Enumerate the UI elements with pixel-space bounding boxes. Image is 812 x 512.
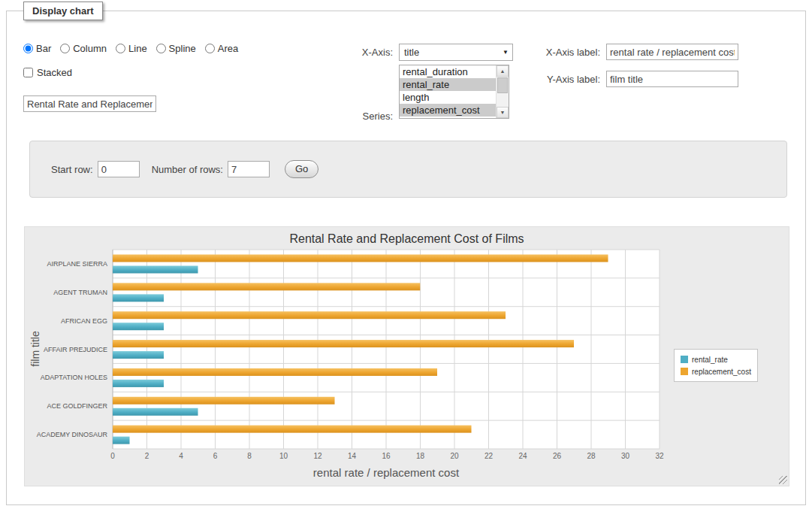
bar-replacement_cost-ace-goldfinger[interactable] bbox=[113, 397, 335, 404]
bar-rental_rate-adaptation-holes[interactable] bbox=[113, 380, 164, 387]
x-axis-selected-value: title bbox=[404, 47, 419, 58]
category-label: AFFAIR PREJUDICE bbox=[44, 346, 107, 353]
svg-text:6: 6 bbox=[213, 452, 218, 460]
x-axis-select-label: X-Axis: bbox=[330, 47, 393, 58]
chart-type-radio-area[interactable] bbox=[205, 44, 215, 53]
bar-rental_rate-airplane-sierra[interactable] bbox=[113, 266, 198, 274]
bar-rental_rate-ace-goldfinger[interactable] bbox=[113, 408, 198, 416]
number-of-rows-input[interactable] bbox=[228, 161, 270, 177]
chart-type-label: Column bbox=[73, 43, 107, 54]
svg-text:22: 22 bbox=[484, 452, 494, 460]
x-axis-select[interactable]: title ▼ bbox=[399, 44, 513, 61]
bar-replacement_cost-african-egg[interactable] bbox=[113, 311, 506, 319]
category-label: ADAPTATION HOLES bbox=[41, 374, 107, 381]
chart-title: Rental Rate and Replacement Cost of Film… bbox=[25, 232, 789, 246]
svg-text:14: 14 bbox=[348, 452, 357, 460]
y-axis-label-label: Y-Axis label: bbox=[525, 74, 600, 85]
svg-text:10: 10 bbox=[279, 452, 288, 460]
resize-handle-icon[interactable] bbox=[779, 476, 787, 484]
number-of-rows-label: Number of rows: bbox=[152, 164, 223, 175]
legend-item-rental_rate[interactable]: rental_rate bbox=[681, 353, 751, 365]
chart-type-option-bar[interactable]: Bar bbox=[23, 43, 51, 54]
bar-replacement_cost-academy-dinosaur[interactable] bbox=[113, 426, 472, 433]
bar-replacement_cost-airplane-sierra[interactable] bbox=[113, 255, 608, 262]
bar-rental_rate-affair-prejudice[interactable] bbox=[113, 351, 164, 359]
legend-swatch bbox=[681, 356, 688, 363]
bar-rental_rate-african-egg[interactable] bbox=[113, 323, 164, 330]
bar-rental_rate-academy-dinosaur[interactable] bbox=[113, 437, 130, 444]
category-label: AFRICAN EGG bbox=[61, 317, 107, 325]
category-label: ACE GOLDFINGER bbox=[47, 402, 107, 410]
legend-swatch bbox=[681, 368, 688, 375]
chart-type-radio-bar[interactable] bbox=[23, 44, 33, 53]
chart-type-label: Spline bbox=[169, 43, 196, 54]
svg-text:12: 12 bbox=[313, 452, 322, 460]
x-axis-label-input[interactable] bbox=[606, 44, 738, 60]
series-option-rental_duration[interactable]: rental_duration bbox=[400, 65, 496, 78]
chart-title-input[interactable] bbox=[23, 95, 156, 112]
chart-legend: rental_ratereplacement_cost bbox=[674, 349, 758, 382]
svg-text:30: 30 bbox=[621, 452, 630, 460]
svg-text:18: 18 bbox=[416, 452, 425, 460]
svg-text:24: 24 bbox=[518, 452, 527, 460]
chart-type-option-column[interactable]: Column bbox=[60, 43, 107, 54]
series-options: rental_durationrental_ratelengthreplacem… bbox=[400, 65, 496, 118]
chart-type-label: Bar bbox=[36, 43, 51, 54]
svg-text:8: 8 bbox=[247, 452, 252, 460]
stacked-label: Stacked bbox=[37, 67, 72, 78]
series-option-replacement_cost[interactable]: replacement_cost bbox=[400, 104, 496, 117]
bar-replacement_cost-agent-truman[interactable] bbox=[113, 283, 420, 290]
bar-rental_rate-agent-truman[interactable] bbox=[113, 294, 164, 301]
chart-type-option-line[interactable]: Line bbox=[116, 43, 147, 54]
stacked-option[interactable]: Stacked bbox=[23, 67, 72, 78]
chart-type-label: Area bbox=[218, 43, 238, 54]
svg-text:20: 20 bbox=[450, 452, 459, 460]
scrollbar-thumb[interactable] bbox=[497, 77, 508, 93]
svg-text:0: 0 bbox=[110, 452, 115, 460]
display-chart-panel: Display chart BarColumnLineSplineArea St… bbox=[6, 11, 806, 505]
chart-type-group: BarColumnLineSplineArea bbox=[23, 43, 247, 54]
scroll-down-icon[interactable]: ▼ bbox=[497, 107, 509, 118]
go-button[interactable]: Go bbox=[285, 160, 318, 178]
category-label: ACADEMY DINOSAUR bbox=[37, 431, 108, 438]
legend-label: replacement_cost bbox=[692, 368, 751, 376]
category-label: AIRPLANE SIERRA bbox=[47, 260, 107, 268]
series-listbox[interactable]: rental_durationrental_ratelengthreplacem… bbox=[399, 65, 509, 119]
bar-replacement_cost-adaptation-holes[interactable] bbox=[113, 368, 437, 376]
category-label: AGENT TRUMAN bbox=[53, 289, 107, 296]
start-row-input[interactable] bbox=[98, 161, 140, 177]
svg-text:28: 28 bbox=[587, 452, 596, 460]
panel-legend: Display chart bbox=[23, 2, 103, 20]
chart-type-radio-column[interactable] bbox=[60, 44, 70, 53]
chart-type-radio-spline[interactable] bbox=[156, 44, 166, 53]
svg-text:2: 2 bbox=[145, 452, 149, 460]
stacked-checkbox[interactable] bbox=[23, 68, 33, 77]
chart-container: Rental Rate and Replacement Cost of Film… bbox=[24, 226, 789, 486]
chart-type-option-spline[interactable]: Spline bbox=[156, 43, 196, 54]
svg-text:4: 4 bbox=[179, 452, 183, 460]
chart-type-radio-line[interactable] bbox=[116, 44, 125, 53]
chart-type-label: Line bbox=[128, 43, 147, 54]
svg-text:16: 16 bbox=[382, 452, 391, 460]
svg-text:26: 26 bbox=[553, 452, 562, 460]
dropdown-arrow-icon: ▼ bbox=[503, 49, 509, 56]
series-option-rental_rate[interactable]: rental_rate bbox=[400, 78, 496, 91]
series-scrollbar[interactable]: ▲ ▼ bbox=[496, 65, 509, 118]
chart-type-option-area[interactable]: Area bbox=[205, 43, 238, 54]
bar-replacement_cost-affair-prejudice[interactable] bbox=[113, 340, 574, 347]
series-option-length[interactable]: length bbox=[400, 91, 496, 104]
legend-label: rental_rate bbox=[692, 356, 728, 364]
chart-x-axis-label: rental rate / replacement cost bbox=[113, 466, 660, 479]
start-row-label: Start row: bbox=[51, 164, 93, 175]
series-label: Series: bbox=[330, 111, 393, 122]
svg-text:32: 32 bbox=[655, 452, 664, 460]
scroll-up-icon[interactable]: ▲ bbox=[497, 65, 509, 77]
x-axis-label-label: X-Axis label: bbox=[525, 47, 600, 58]
y-axis-label-input[interactable] bbox=[606, 71, 738, 87]
legend-item-replacement_cost[interactable]: replacement_cost bbox=[681, 365, 751, 377]
row-controls-panel: Start row: Number of rows: Go bbox=[29, 141, 787, 198]
chart-y-axis-label: film title bbox=[29, 331, 41, 366]
